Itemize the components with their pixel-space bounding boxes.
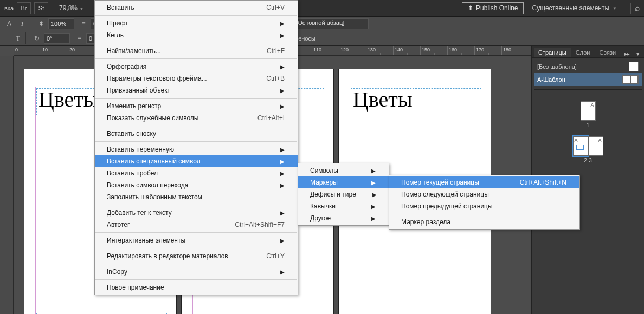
menu-item[interactable]: Номер текущей страницыCtrl+Alt+Shift+N <box>389 176 579 188</box>
zoom-level[interactable]: 79,8% ▼ <box>59 4 83 12</box>
menu-item[interactable]: Маркер раздела <box>389 216 579 228</box>
menu-item[interactable]: Символы▶ <box>298 165 389 176</box>
menu-item[interactable]: АвтотегCtrl+Alt+Shift+F7 <box>95 219 298 231</box>
spread-2-3-label: 2-3 <box>584 158 591 163</box>
panel-tabs: Страницы Слои Связи ▸▸ ▾≡ <box>532 46 644 58</box>
menu-item[interactable]: Маркеры▶ <box>298 176 389 188</box>
pages-panel-body: [Без шаблона] А-Шаблон A 1 A A 2-3 <box>532 58 644 166</box>
menu-item[interactable]: Редактировать в редакторе материаловCtrl… <box>95 250 298 262</box>
menu-item[interactable]: ВставитьCtrl+V <box>95 2 298 14</box>
indent-right-icon: ≡ <box>74 34 84 43</box>
angle-input[interactable] <box>44 33 70 44</box>
menu-truncated: вка <box>4 5 14 11</box>
scale-icon: ⬍ <box>36 19 46 29</box>
type-tool-icon-2[interactable]: T <box>13 34 23 43</box>
menu-item[interactable]: Вставить сноску <box>95 128 298 140</box>
context-submenu-special: Символы▶Маркеры▶Дефисы и тире▶Кавычки▶Др… <box>298 163 389 226</box>
char-format-icon[interactable]: A <box>4 19 14 29</box>
workspace-dropdown[interactable]: Существенные элементы▼ <box>532 4 617 12</box>
menu-item[interactable]: Добавить тег к тексту▶ <box>95 207 298 219</box>
menu-item[interactable]: Другое▶ <box>298 212 389 224</box>
stock-icon[interactable]: St <box>34 2 48 14</box>
search-icon[interactable]: ⌕ <box>630 3 644 14</box>
menu-item[interactable]: Найти/заменить...Ctrl+F <box>95 45 298 57</box>
context-submenu-markers: Номер текущей страницыCtrl+Alt+Shift+NНо… <box>389 175 580 230</box>
menu-item[interactable]: Новое примечание <box>95 282 298 293</box>
spread-2-3[interactable]: A A 2-3 <box>573 136 603 163</box>
menu-item[interactable]: Вставить переменную▶ <box>95 143 298 155</box>
master-a[interactable]: А-Шаблон <box>534 73 642 86</box>
para-style-dropdown[interactable]: [Основной абзац] <box>293 18 369 29</box>
menu-item[interactable]: Кавычки▶ <box>298 200 389 212</box>
menu-item[interactable]: Привязанный объект▶ <box>95 84 298 96</box>
spread-1-label: 1 <box>587 122 590 128</box>
menu-item[interactable]: Вставить символ перехода▶ <box>95 179 298 191</box>
indent-left-icon: ≡ <box>79 19 88 29</box>
upload-icon: ⬆ <box>468 4 473 12</box>
menu-item[interactable]: Кегль▶ <box>95 29 298 41</box>
menu-item[interactable]: Дефисы и тире▶ <box>298 188 389 200</box>
rotate-icon: ↻ <box>32 34 42 43</box>
publish-online-button[interactable]: ⬆ Publish Online <box>462 2 524 14</box>
menu-item[interactable]: Вставить специальный символ▶ <box>95 155 298 167</box>
type-tool-icon[interactable]: T <box>17 19 27 29</box>
tab-pages[interactable]: Страницы <box>534 48 571 57</box>
menu-item[interactable]: Изменить регистр▶ <box>95 100 298 112</box>
page-title-right: Цветы <box>351 89 481 110</box>
menu-item[interactable]: Показать служебные символыCtrl+Alt+I <box>95 112 298 124</box>
menu-item[interactable]: Номер предыдущей страницы <box>389 200 579 212</box>
bridge-icon[interactable]: Br <box>17 2 31 14</box>
menu-item[interactable]: Параметры текстового фрейма...Ctrl+B <box>95 73 298 84</box>
menu-item[interactable]: Интерактивные элементы▶ <box>95 234 298 246</box>
tab-layers[interactable]: Слои <box>571 48 595 57</box>
menu-item[interactable]: Заполнить шаблонным текстом <box>95 191 298 203</box>
menu-item[interactable]: Шрифт▶ <box>95 17 298 29</box>
context-menu-main: ВставитьCtrl+VШрифт▶Кегль▶Найти/заменить… <box>94 0 298 295</box>
master-none[interactable]: [Без шаблона] <box>534 60 642 73</box>
menu-item[interactable]: InCopy▶ <box>95 266 298 278</box>
scale-input[interactable] <box>48 18 74 29</box>
tab-links[interactable]: Связи <box>595 48 620 57</box>
panel-collapse-icon[interactable]: ▸▸ <box>621 50 632 57</box>
vertical-ruler <box>0 56 14 314</box>
menu-item[interactable]: Номер следующей страницы <box>389 188 579 200</box>
panel-menu-icon[interactable]: ▾≡ <box>633 50 644 57</box>
menu-item[interactable]: Вставить пробел▶ <box>95 167 298 179</box>
spread-1[interactable]: A 1 <box>581 101 596 128</box>
menu-item[interactable]: Орфография▶ <box>95 61 298 73</box>
